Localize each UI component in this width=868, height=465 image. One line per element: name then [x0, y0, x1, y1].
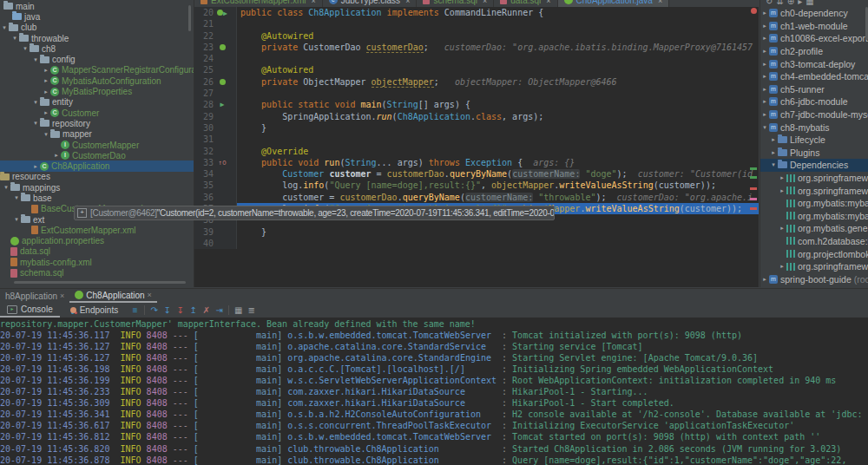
project-tree-item-throwable[interactable]: ▾throwable: [0, 33, 194, 43]
editor-line-33[interactable]: 33↑o public void run(String... args) thr…: [194, 157, 759, 168]
tree-collapsed-arrow-icon[interactable]: ▸: [42, 109, 50, 116]
project-tree-item-Customer[interactable]: ▸CCustomer: [0, 108, 194, 118]
tree-expanded-arrow-icon[interactable]: ▾: [12, 216, 21, 223]
editor-line-30[interactable]: 30 }: [194, 122, 759, 134]
gutter-icon-col[interactable]: [215, 168, 229, 180]
settings-menu-icon[interactable]: ≡: [128, 305, 141, 315]
close-tab-icon[interactable]: ×: [60, 291, 64, 300]
drop-frame-icon[interactable]: ✗: [200, 305, 213, 315]
tree-collapsed-arrow-icon[interactable]: ▸: [31, 163, 40, 170]
project-tree-item-application.properties[interactable]: application.properties: [0, 236, 194, 246]
tree-collapsed-arrow-icon[interactable]: ▸: [760, 23, 769, 29]
fold-column[interactable]: [229, 99, 237, 110]
project-tree-item-club[interactable]: ▾club: [0, 23, 194, 33]
editor-tab-Ch8Application.java[interactable]: Ch8Application.java×: [558, 0, 670, 7]
editor-line-29[interactable]: 29 SpringApplication.run(Ch8Application.…: [194, 111, 759, 122]
maven-item-ch8-mybatis[interactable]: ▾mch8-mybatis: [760, 121, 868, 134]
tree-collapsed-arrow-icon[interactable]: ▸: [760, 86, 769, 93]
gutter-icon-col[interactable]: [215, 53, 229, 64]
editor-line-39[interactable]: 39 }: [194, 226, 759, 238]
fold-column[interactable]: [229, 7, 237, 18]
fold-column[interactable]: [229, 226, 237, 238]
tree-expanded-arrow-icon[interactable]: ▾: [0, 24, 9, 31]
editor-line-25[interactable]: 25 @Autowired: [194, 64, 759, 75]
fold-column[interactable]: [229, 146, 237, 157]
force-step-into-icon[interactable]: ↧: [174, 305, 187, 315]
editor-tab-JdbcType.class[interactable]: cJdbcType.class×: [323, 0, 418, 7]
debug-tab-Ch8Application[interactable]: Ch8Application×: [69, 289, 157, 303]
maven-item-ch5-runner[interactable]: ▸mch5-runner: [760, 83, 868, 96]
project-tree-item-MyBatisProperties[interactable]: ▸CMyBatisProperties: [0, 86, 194, 96]
gutter-icon-col[interactable]: [215, 88, 229, 99]
tree-expanded-arrow-icon[interactable]: ▾: [31, 56, 40, 63]
close-tab-icon[interactable]: ×: [658, 0, 662, 5]
fold-column[interactable]: [229, 30, 237, 42]
maven-item-org.mybatis:mybatis:3.5[interactable]: org.mybatis:mybatis:3.5: [760, 197, 868, 210]
maven-item-org.mybatis:mybatis-sp[interactable]: org.mybatis:mybatis-sp: [760, 210, 868, 223]
gutter-icon-col[interactable]: [215, 64, 229, 75]
maven-item-com.h2database:h2:1.4[interactable]: com.h2database:h2:1.4: [760, 235, 868, 248]
layout-settings-icon[interactable]: ≣: [245, 305, 258, 315]
spring-bean-icon[interactable]: [220, 44, 226, 50]
tree-collapsed-arrow-icon[interactable]: ▸: [760, 73, 769, 80]
editor-line-23[interactable]: 23 private CustomerDao customerDao; cust…: [194, 42, 759, 53]
maven-item-org.projectlombok:lom[interactable]: org.projectlombok:lom: [760, 247, 868, 260]
debug-tab-h8Application[interactable]: h8Application×: [0, 289, 69, 303]
project-tree-item-ch8[interactable]: ▾ch8: [0, 43, 194, 54]
fold-column[interactable]: [229, 18, 237, 29]
tree-collapsed-arrow-icon[interactable]: ▸: [769, 136, 778, 143]
project-vertical-scrollbar[interactable]: [188, 5, 191, 31]
tree-expanded-arrow-icon[interactable]: ▾: [769, 161, 778, 168]
tree-collapsed-arrow-icon[interactable]: ▸: [760, 61, 769, 68]
maven-item-ch1-web-module[interactable]: ▸mch1-web-module: [760, 20, 868, 33]
project-tree-item-mapper[interactable]: ▾mapper: [0, 129, 194, 140]
fold-column[interactable]: [229, 76, 237, 88]
tree-collapsed-arrow-icon[interactable]: ▸: [42, 67, 50, 74]
close-tab-icon[interactable]: ×: [483, 0, 487, 5]
editor-line-22[interactable]: 22 @Autowired: [194, 30, 759, 42]
gutter-icon-col[interactable]: [215, 180, 229, 191]
editor-line-20[interactable]: 20▶public class Ch8Application implement…: [194, 7, 759, 18]
gutter-icon-col[interactable]: [215, 76, 229, 88]
maven-item-spring-boot-guide[interactable]: ▸mspring-boot-guide(root): [760, 272, 868, 285]
gutter-icon-col[interactable]: ▶: [215, 7, 229, 18]
editor-line-40[interactable]: 40: [194, 238, 759, 249]
gutter-icon-col[interactable]: [215, 111, 229, 122]
fold-column[interactable]: [229, 238, 237, 249]
tree-collapsed-arrow-icon[interactable]: ▸: [760, 10, 769, 16]
editor-tab-schema.sql[interactable]: schema.sql×: [417, 0, 494, 7]
tree-collapsed-arrow-icon[interactable]: ▸: [778, 225, 786, 232]
gutter-icon-col[interactable]: [215, 226, 229, 238]
project-tree-item-schema.sql[interactable]: schema.sql: [0, 267, 194, 278]
project-tree-item-resources[interactable]: resources: [0, 172, 194, 182]
tree-collapsed-arrow-icon[interactable]: ▸: [778, 174, 786, 181]
tree-expanded-arrow-icon[interactable]: ▾: [760, 124, 769, 131]
editor-line-32[interactable]: 32 @Override: [194, 146, 759, 157]
project-tree-item-mappings[interactable]: ▾mappings: [0, 182, 194, 193]
maven-item-Plugins[interactable]: ▸Plugins: [760, 147, 868, 160]
tree-collapsed-arrow-icon[interactable]: ▸: [42, 88, 50, 95]
project-tree-item-ExtCustomerMapper.xml[interactable]: ExtCustomerMapper.xml: [0, 225, 194, 235]
editor-line-34[interactable]: 34 Customer customer = customerDao.query…: [194, 168, 759, 180]
tree-collapsed-arrow-icon[interactable]: ▸: [769, 149, 778, 156]
project-tree-item-data.sql[interactable]: data.sql: [0, 246, 194, 257]
gutter-icon-col[interactable]: [215, 30, 229, 42]
tree-collapsed-arrow-icon[interactable]: ▸: [760, 111, 769, 118]
gutter-icon-col[interactable]: [215, 122, 229, 134]
maven-item-Dependencies[interactable]: ▾Dependencies: [760, 159, 868, 172]
fold-column[interactable]: [229, 53, 237, 64]
tree-collapsed-arrow-icon[interactable]: ▸: [760, 48, 769, 55]
project-tree-item-CustomerMapper[interactable]: ICustomerMapper: [0, 140, 194, 150]
project-tree-item-java[interactable]: java: [0, 11, 194, 22]
tree-expanded-arrow-icon[interactable]: ▾: [31, 120, 40, 127]
show-execution-point-icon[interactable]: ↷: [148, 305, 161, 315]
fold-column[interactable]: [229, 180, 237, 191]
tree-expanded-arrow-icon[interactable]: ▾: [31, 99, 40, 106]
fold-column[interactable]: [229, 111, 237, 122]
overrides-method-icon[interactable]: ↑o: [218, 159, 227, 167]
spring-bean-icon[interactable]: [220, 79, 226, 85]
fold-column[interactable]: [229, 157, 237, 168]
project-tree-item-CustomerDao[interactable]: ▸ICustomerDao: [0, 150, 194, 160]
tree-collapsed-arrow-icon[interactable]: ▸: [42, 77, 50, 84]
expand-value-icon[interactable]: +: [77, 208, 87, 218]
